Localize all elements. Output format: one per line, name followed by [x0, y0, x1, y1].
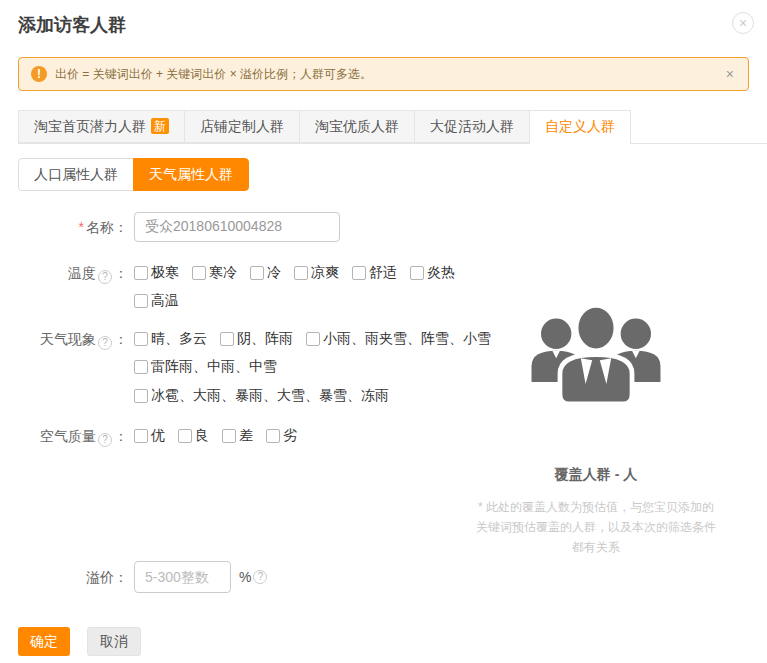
checkbox-option[interactable]: 凉爽 — [294, 265, 339, 281]
checkbox-label: 劣 — [283, 427, 297, 445]
cancel-button[interactable]: 取消 — [87, 627, 141, 656]
help-icon[interactable]: ? — [253, 570, 267, 584]
coverage-note-line: * 此处的覆盖人数为预估值，与您宝贝添加的 — [450, 497, 742, 517]
checkbox-label: 舒适 — [369, 264, 397, 282]
custom-audience-subtabs: 人口属性人群 天气属性人群 — [18, 158, 249, 191]
checkbox[interactable] — [266, 429, 280, 443]
label-colon: ： — [114, 569, 128, 585]
checkbox-option[interactable]: 冷 — [250, 265, 281, 281]
checkbox-label: 炎热 — [427, 264, 455, 282]
audience-group-icon — [520, 292, 672, 420]
checkbox[interactable] — [178, 429, 192, 443]
checkbox-label: 冰雹、大雨、暴雨、大雪、暴雪、冻雨 — [151, 387, 389, 405]
checkbox[interactable] — [294, 266, 308, 280]
weather-label: 天气现象?： — [18, 331, 128, 350]
checkbox-option[interactable]: 极寒 — [134, 265, 179, 281]
add-visitor-audience-dialog: 添加访客人群 × ! 出价 = 关键词出价 + 关键词出价 × 溢价比例；人群可… — [0, 0, 767, 663]
checkbox-label: 凉爽 — [311, 264, 339, 282]
required-mark: * — [79, 219, 84, 235]
label-text: 溢价 — [86, 569, 114, 585]
coverage-note: * 此处的覆盖人数为预估值，与您宝贝添加的 关键词预估覆盖的人群，以及本次的筛选… — [450, 497, 742, 557]
premium-row: 溢价： % ? — [18, 561, 269, 593]
label-text: 空气质量 — [40, 428, 96, 444]
premium-input[interactable] — [134, 561, 231, 593]
subtab-label: 人口属性人群 — [34, 166, 118, 182]
checkbox[interactable] — [134, 266, 148, 280]
checkbox[interactable] — [134, 294, 148, 308]
label-text: 天气现象 — [40, 331, 96, 347]
temperature-row: 温度?： 极寒 寒冷 冷 凉爽 舒适 炎热 高温 — [18, 265, 468, 321]
checkbox-option[interactable]: 良 — [178, 428, 209, 444]
checkbox-option[interactable]: 劣 — [266, 428, 297, 444]
checkbox[interactable] — [410, 266, 424, 280]
checkbox[interactable] — [306, 332, 320, 346]
label-text: 温度 — [68, 265, 96, 281]
checkbox-option[interactable]: 优 — [134, 428, 165, 444]
checkbox[interactable] — [192, 266, 206, 280]
checkbox-label: 优 — [151, 427, 165, 445]
alert-close-icon[interactable]: × — [724, 66, 736, 82]
tab-store-custom[interactable]: 店铺定制人群 — [184, 110, 300, 143]
dialog-close-icon[interactable]: × — [732, 12, 754, 34]
coverage-note-line: 关键词预估覆盖的人群，以及本次的筛选条件 — [450, 517, 742, 537]
checkbox-label: 高温 — [151, 292, 179, 310]
checkbox[interactable] — [134, 332, 148, 346]
checkbox-label: 良 — [195, 427, 209, 445]
checkbox-label: 阴、阵雨 — [237, 330, 293, 348]
checkbox-option[interactable]: 阴、阵雨 — [220, 331, 293, 347]
checkbox-option[interactable]: 高温 — [134, 293, 179, 309]
dialog-footer: 确定 取消 — [18, 627, 141, 656]
tab-promotion-event[interactable]: 大促活动人群 — [414, 110, 530, 143]
checkbox-option[interactable]: 寒冷 — [192, 265, 237, 281]
checkbox-label: 雷阵雨、中雨、中雪 — [151, 358, 277, 376]
tab-label: 大促活动人群 — [430, 118, 514, 134]
label-colon: ： — [114, 428, 128, 444]
help-icon[interactable]: ? — [98, 433, 112, 447]
bid-formula-alert: ! 出价 = 关键词出价 + 关键词出价 × 溢价比例；人群可多选。 × — [18, 57, 749, 91]
checkbox[interactable] — [134, 429, 148, 443]
name-input[interactable] — [134, 212, 340, 242]
checkbox-label: 极寒 — [151, 264, 179, 282]
page-title: 添加访客人群 — [18, 13, 126, 37]
checkbox-option[interactable]: 差 — [222, 428, 253, 444]
tab-label: 淘宝首页潜力人群 — [34, 118, 146, 134]
tab-custom-audience[interactable]: 自定义人群 — [529, 110, 631, 144]
warning-icon: ! — [31, 66, 47, 82]
tab-taobao-homepage-potential[interactable]: 淘宝首页潜力人群新 — [18, 110, 185, 143]
subtab-weather[interactable]: 天气属性人群 — [133, 158, 249, 191]
checkbox-label: 寒冷 — [209, 264, 237, 282]
checkbox[interactable] — [222, 429, 236, 443]
checkbox-option[interactable]: 舒适 — [352, 265, 397, 281]
label-text: 名称 — [86, 219, 114, 235]
name-label: *名称： — [18, 212, 128, 242]
subtab-label: 天气属性人群 — [149, 166, 233, 182]
audience-tabs: 淘宝首页潜力人群新 店铺定制人群 淘宝优质人群 大促活动人群 自定义人群 — [18, 110, 631, 144]
checkbox[interactable] — [220, 332, 234, 346]
help-icon[interactable]: ? — [98, 336, 112, 350]
checkbox-option[interactable]: 雷阵雨、中雨、中雪 — [134, 359, 277, 375]
help-icon[interactable]: ? — [98, 270, 112, 284]
tab-taobao-quality[interactable]: 淘宝优质人群 — [299, 110, 415, 143]
temperature-label: 温度?： — [18, 265, 128, 284]
air-quality-label: 空气质量?： — [18, 428, 128, 447]
checkbox-option[interactable]: 炎热 — [410, 265, 455, 281]
alert-text: 出价 = 关键词出价 + 关键词出价 × 溢价比例；人群可多选。 — [55, 66, 724, 83]
confirm-button[interactable]: 确定 — [18, 627, 70, 656]
label-colon: ： — [114, 331, 128, 347]
checkbox[interactable] — [250, 266, 264, 280]
checkbox[interactable] — [134, 360, 148, 374]
weather-row: 天气现象?： 晴、多云 阴、阵雨 小雨、雨夹雪、阵雪、小雪 雷阵雨、中雨、中雪 … — [18, 331, 504, 416]
checkbox-label: 晴、多云 — [151, 330, 207, 348]
checkbox-option[interactable]: 晴、多云 — [134, 331, 207, 347]
checkbox-option[interactable]: 冰雹、大雨、暴雨、大雪、暴雪、冻雨 — [134, 388, 389, 404]
checkbox-label: 差 — [239, 427, 253, 445]
name-row: *名称： — [18, 212, 340, 242]
tab-label: 自定义人群 — [545, 118, 615, 134]
coverage-note-line: 都有关系 — [450, 537, 742, 557]
subtab-demographic[interactable]: 人口属性人群 — [18, 158, 134, 191]
checkbox[interactable] — [134, 389, 148, 403]
coverage-count-label: 覆盖人群 - 人 — [450, 466, 742, 484]
checkbox[interactable] — [352, 266, 366, 280]
tab-label: 店铺定制人群 — [200, 118, 284, 134]
label-colon: ： — [114, 265, 128, 281]
